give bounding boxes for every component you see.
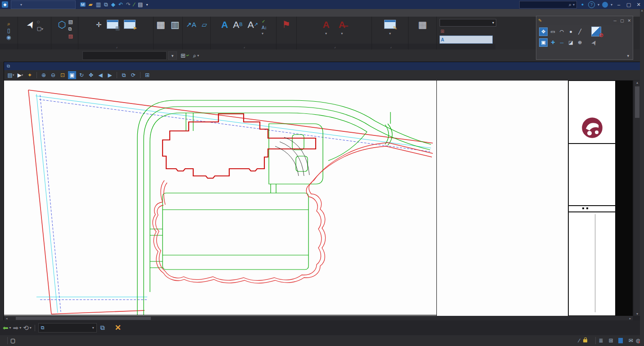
copy-view-icon[interactable]: ⧉ xyxy=(120,71,128,79)
view-next-icon[interactable]: ▶ xyxy=(106,71,114,79)
view-toggle-icon[interactable]: ⧉ xyxy=(99,324,107,332)
print-icon[interactable]: ▤ xyxy=(138,1,143,8)
drawing-scale-select[interactable]: ▾ xyxy=(440,19,496,27)
tool-settings-combobox[interactable] xyxy=(82,51,167,60)
update-saved-view-button[interactable]: ▥ xyxy=(105,18,120,31)
place-note-button[interactable]: ↗A xyxy=(185,18,198,31)
ribbon-search[interactable]: ⌕ ▾ xyxy=(519,1,577,9)
element-annotation-button[interactable]: A ▾ xyxy=(322,18,331,36)
text-more-icon[interactable]: ▾ xyxy=(262,31,267,36)
display-style-icon[interactable]: ▶▾ xyxy=(16,71,24,79)
update-view-icon[interactable]: ⟳ xyxy=(129,71,137,79)
minimize-button[interactable]: – xyxy=(615,2,622,7)
scroll-right-icon[interactable]: ▸ xyxy=(627,317,633,320)
models-icon[interactable]: ◉ xyxy=(6,34,11,40)
pan-view-icon[interactable]: ✥ xyxy=(87,71,95,79)
add-to-set-icon[interactable]: ✚ xyxy=(549,39,557,46)
shape-mode-icon[interactable]: ◠ xyxy=(558,28,566,36)
view-title-bar[interactable]: ⧉ xyxy=(4,62,641,70)
history-button[interactable]: ⟲▾ xyxy=(23,324,32,332)
back-button[interactable]: ⬅▾ xyxy=(3,324,11,332)
scroll-up-icon[interactable]: ▴ xyxy=(636,81,638,85)
grid-lock-icon[interactable]: ⊞ xyxy=(606,337,616,344)
active-model-icon[interactable] xyxy=(618,338,623,343)
qat-dropdown-icon[interactable]: ▾ xyxy=(146,3,148,7)
dialog-close-icon[interactable]: ✕ xyxy=(627,18,631,23)
civil-labeler-button[interactable]: ⚑ xyxy=(281,18,292,31)
key-in-icon[interactable]: ⊞↵ xyxy=(181,52,190,59)
new-selection-set-icon[interactable]: ⊘ xyxy=(591,27,601,36)
search-dropdown-icon[interactable]: ▾ xyxy=(573,3,575,7)
compress-icon[interactable]: ◆ xyxy=(111,1,115,8)
place-label-button[interactable]: ▱ xyxy=(200,18,209,31)
message-center-icon[interactable]: ✉ xyxy=(626,337,635,344)
selection-search-icon[interactable]: ⌕▾ xyxy=(193,52,199,59)
clear-selection-icon[interactable]: ➤ xyxy=(589,38,599,47)
acs-plane-lock-toggle[interactable]: ⊞ xyxy=(440,27,493,35)
view-group-select[interactable]: ⧉ ▾ xyxy=(38,323,97,333)
accudraw-x-icon[interactable]: ✕ xyxy=(115,323,121,333)
line-mode-icon[interactable]: ╱ xyxy=(576,28,584,36)
snap-mode-icon[interactable]: ∕ xyxy=(576,337,582,344)
place-table-button[interactable]: ▦ xyxy=(155,18,167,31)
place-text-button[interactable]: A xyxy=(220,18,229,31)
combobox-dropdown-icon[interactable]: ▾ xyxy=(168,51,177,60)
block-select-icon[interactable]: ▢▾ xyxy=(37,26,43,31)
zoom-out-icon[interactable]: ⊖ xyxy=(49,71,57,79)
named-boundary-button[interactable]: ✎ ▾ xyxy=(383,18,397,36)
explorer-icon[interactable]: ⌕ xyxy=(7,21,10,27)
close-button[interactable]: ✕ xyxy=(635,2,642,8)
rotate-view-icon[interactable]: ↻ xyxy=(77,71,86,79)
text-styles-icon[interactable]: A↕ xyxy=(262,25,267,30)
adjust-view-icon[interactable]: ✦ xyxy=(26,71,34,79)
dialog-launcher-icon[interactable]: ⌟ xyxy=(390,45,391,49)
smart-select-icon[interactable]: ▣ xyxy=(539,38,548,47)
element-selection-button[interactable]: ➤ xyxy=(25,18,36,31)
document-log-icon[interactable]: ≣ xyxy=(596,337,606,344)
undo-icon[interactable]: ↶ xyxy=(118,1,123,8)
save-settings-icon[interactable]: ⧉ xyxy=(104,1,108,8)
spell-check-icon[interactable]: ✓ xyxy=(262,19,267,24)
individual-select-icon[interactable]: ✥ xyxy=(539,27,548,36)
help-icon[interactable]: ? xyxy=(588,1,595,8)
change-text-attributes-button[interactable]: A↗ xyxy=(246,18,259,31)
forward-button[interactable]: ➡▾ xyxy=(13,324,22,332)
help-dropdown-icon[interactable]: ▾ xyxy=(598,3,599,7)
view-previous-icon[interactable]: ◀ xyxy=(96,71,104,79)
dialog-launcher-icon[interactable]: ⌟ xyxy=(244,45,245,49)
dialog-minimize-icon[interactable]: ─ xyxy=(614,18,617,23)
workflow-selector[interactable]: ▾ xyxy=(11,0,76,9)
drawing-model-annotation-button[interactable]: A̶ ▾ xyxy=(337,18,347,36)
account-dropdown-icon[interactable]: ▾ xyxy=(611,3,612,7)
chevron-up-icon[interactable]: ∧ xyxy=(641,9,643,12)
account-badge[interactable] xyxy=(602,2,608,8)
microstation-icon[interactable]: M xyxy=(80,2,86,7)
vertical-scroll-thumb[interactable] xyxy=(635,86,639,118)
zoom-in-icon[interactable]: ⊕ xyxy=(40,71,48,79)
pen-icon[interactable]: ∕ xyxy=(134,1,135,8)
search-input[interactable] xyxy=(522,2,569,8)
clip-volume-button[interactable]: ⬡ xyxy=(56,18,67,31)
dialog-expand-icon[interactable]: ▾ xyxy=(627,54,629,58)
invert-set-icon[interactable]: ◪ xyxy=(567,39,575,46)
horizontal-scroll-thumb[interactable] xyxy=(16,317,151,320)
notification-bell-icon[interactable]: ● xyxy=(580,2,585,8)
clip-tools-icon[interactable]: ⧉ xyxy=(68,26,73,32)
style-manager-button[interactable]: ▥ xyxy=(169,18,181,31)
dialog-launcher-icon[interactable]: ⌟ xyxy=(116,45,118,49)
dialog-launcher-icon[interactable]: ⌟ xyxy=(334,45,336,49)
view-groups-icon[interactable]: ⊞ xyxy=(143,71,151,79)
circle-mode-icon[interactable]: ● xyxy=(567,28,575,36)
annotation-scale-lock-toggle[interactable]: A xyxy=(440,36,493,44)
scroll-down-icon[interactable]: ▾ xyxy=(636,312,638,316)
view-attributes-icon[interactable]: ▤▾ xyxy=(7,71,15,79)
redo-icon[interactable]: ↷ xyxy=(126,1,131,8)
attach-tools-icon[interactable]: ▯ xyxy=(7,27,10,34)
select-all-icon[interactable]: ⊕ xyxy=(576,39,584,46)
sheet-boundary-button[interactable]: ▦ xyxy=(417,18,428,31)
open-file-icon[interactable]: ▰ xyxy=(89,1,93,8)
edit-text-button[interactable]: AB xyxy=(231,18,244,31)
save-icon[interactable]: ▥ xyxy=(96,1,101,8)
block-mode-icon[interactable]: ▭ xyxy=(549,28,557,36)
clip-mask-icon[interactable]: ▧ xyxy=(68,19,73,25)
